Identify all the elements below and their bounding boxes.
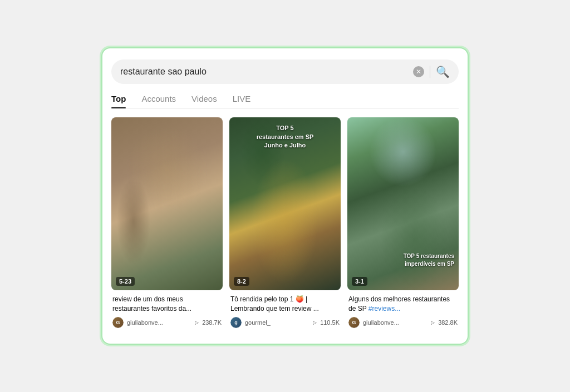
search-button[interactable]: 🔍 [436, 65, 450, 78]
video-card-1[interactable]: 5-23 review de um dos meus restaurantes … [111, 117, 223, 330]
video-badge-1: 5-23 [116, 277, 135, 286]
view-count-1: 238.7K [202, 319, 222, 326]
video-title-1: review de um dos meus restaurantes favor… [112, 295, 222, 314]
tab-videos[interactable]: Videos [191, 94, 217, 108]
avatar-inner-3: G [348, 317, 360, 328]
clear-icon: ✕ [416, 68, 421, 76]
hashtag-3: #reviews... [368, 305, 400, 312]
video-card-2[interactable]: TOP 5restaurantes em SPJunho e Julho 8-2… [229, 117, 341, 330]
video-title-3: Alguns dos melhores restaurantes de SP #… [348, 295, 458, 314]
play-icon-3: ▷ [431, 320, 435, 325]
video-meta-1: G giuliabonve... ▷ 238.7K [112, 317, 222, 328]
search-input[interactable]: restaurante sao paulo [120, 67, 413, 77]
view-count-2: 110.5K [320, 319, 340, 326]
tab-top[interactable]: Top [111, 94, 126, 108]
search-icon: 🔍 [436, 66, 450, 78]
avatar-inner-2: g [230, 317, 242, 328]
clear-button[interactable]: ✕ [413, 66, 424, 77]
video-info-3: Alguns dos melhores restaurantes de SP #… [347, 290, 459, 330]
videos-grid: 5-23 review de um dos meus restaurantes … [111, 117, 459, 330]
avatar-inner-1: G [112, 317, 124, 328]
tab-live[interactable]: LIVE [233, 94, 251, 108]
video-badge-2: 8-2 [234, 277, 249, 286]
video-badge-3: 3-1 [352, 277, 367, 286]
video-info-1: review de um dos meus restaurantes favor… [111, 290, 223, 330]
view-count-3: 382.8K [438, 319, 458, 326]
avatar-2: g [230, 317, 242, 328]
video-thumbnail-3: TOP 5 restaurantesimperdíveis em SP 3-1 [347, 117, 459, 290]
video-overlay-text-2: TOP 5restaurantes em SPJunho e Julho [229, 124, 341, 150]
play-icon-2: ▷ [313, 320, 317, 325]
username-2: gourmel_ [245, 319, 309, 326]
tab-accounts[interactable]: Accounts [141, 94, 176, 108]
video-meta-2: g gourmel_ ▷ 110.5K [230, 317, 340, 328]
video-overlay-corner-3: TOP 5 restaurantesimperdíveis em SP [404, 252, 454, 268]
video-title-2: Tô rendida pelo top 1 🍑 | Lembrando que … [230, 295, 340, 314]
video-thumbnail-1: 5-23 [111, 117, 223, 290]
search-bar: restaurante sao paulo ✕ 🔍 [111, 59, 459, 84]
avatar-1: G [112, 317, 124, 328]
username-1: giuliabonve... [127, 319, 191, 326]
video-info-2: Tô rendida pelo top 1 🍑 | Lembrando que … [229, 290, 341, 330]
app-container: restaurante sao paulo ✕ 🔍 Top Accounts V… [101, 47, 469, 345]
video-meta-3: G giuliabonve... ▷ 382.8K [348, 317, 458, 328]
username-3: giuliabonve... [363, 319, 428, 326]
avatar-3: G [348, 317, 360, 328]
search-divider [430, 66, 430, 78]
video-thumbnail-2: TOP 5restaurantes em SPJunho e Julho 8-2 [229, 117, 341, 290]
video-card-3[interactable]: TOP 5 restaurantesimperdíveis em SP 3-1 … [347, 117, 459, 330]
tabs-bar: Top Accounts Videos LIVE [111, 94, 459, 108]
play-icon-1: ▷ [195, 320, 199, 325]
